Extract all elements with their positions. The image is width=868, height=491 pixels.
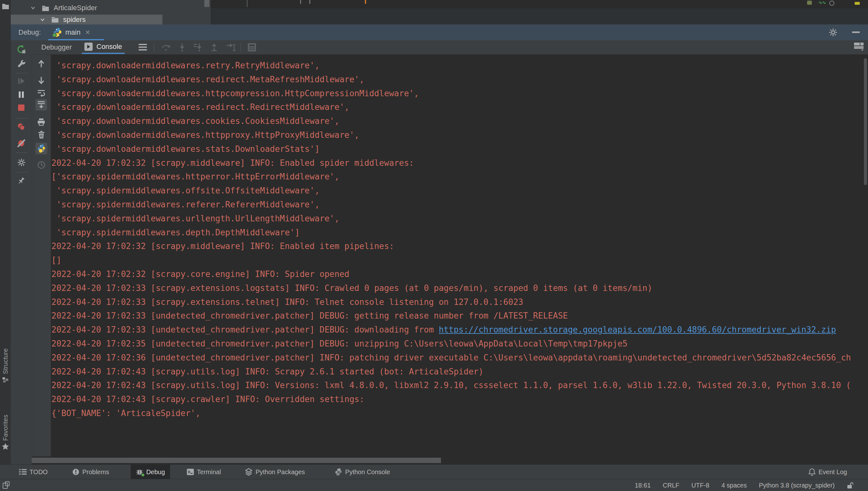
- event-log-label: Event Log: [818, 468, 847, 476]
- project-folder-icon[interactable]: [2, 3, 9, 9]
- running-indicator-dot: [142, 473, 144, 476]
- toolwindow-tab-label: Python Packages: [255, 468, 305, 476]
- todo-list-icon: [19, 469, 27, 475]
- separator: [241, 43, 241, 52]
- scroll-down-icon[interactable]: [32, 76, 51, 85]
- separator: [154, 43, 154, 52]
- tree-item-label[interactable]: ArticaleSpider: [54, 4, 97, 12]
- console-line: 2022-04-20 17:02:43 [scrapy.utils.log] I…: [52, 365, 868, 379]
- run-config-tab-main[interactable]: main ✕: [48, 25, 104, 40]
- inspection-shield-icon[interactable]: [807, 1, 812, 5]
- status-cursor-position[interactable]: 18:61: [635, 482, 651, 489]
- event-log-button[interactable]: Event Log: [808, 465, 847, 479]
- separator: [15, 73, 27, 74]
- toolwindow-switcher-icon[interactable]: [3, 481, 11, 489]
- status-indent[interactable]: 4 spaces: [721, 482, 747, 489]
- star-icon[interactable]: [2, 443, 9, 450]
- layout-settings-icon[interactable]: [854, 42, 864, 52]
- stop-button[interactable]: [11, 104, 32, 111]
- hamburger-menu-icon[interactable]: [138, 44, 147, 52]
- toolwindow-tab-label: Python Console: [345, 468, 390, 476]
- python-icon: [53, 28, 62, 37]
- separator: [15, 152, 27, 153]
- status-line-ending[interactable]: CRLF: [663, 482, 679, 489]
- tree-row-spiders[interactable]: spiders: [39, 15, 86, 25]
- toolwindow-tab-label: Debug: [146, 468, 165, 476]
- console-hscrollbar-track[interactable]: [32, 456, 868, 464]
- console-line: ['scrapy.spidermiddlewares.httperror.Htt…: [52, 170, 868, 184]
- separator: [15, 172, 27, 172]
- resume-program-button[interactable]: [11, 77, 32, 85]
- toolwindow-tab-python-packages[interactable]: Python Packages: [240, 465, 310, 479]
- toolwindow-tab-python-console[interactable]: Python Console: [330, 465, 395, 479]
- console-line: 2022-04-20 17:02:33 [scrapy.extensions.t…: [52, 295, 868, 309]
- bell-icon: [808, 468, 816, 476]
- show-python-prompt-button[interactable]: [32, 143, 51, 154]
- console-line: 'scrapy.spidermiddlewares.offsite.Offsit…: [52, 184, 868, 198]
- toolwindow-tab-todo[interactable]: TODO: [14, 465, 53, 479]
- console-output[interactable]: 'scrapy.downloadermiddlewares.retry.Retr…: [51, 54, 868, 421]
- inspection-squiggle: ∿∿: [818, 0, 826, 5]
- console-output-pane[interactable]: 'scrapy.downloadermiddlewares.retry.Retr…: [51, 54, 868, 456]
- inspection-status-icon[interactable]: [829, 1, 834, 6]
- structure-icon[interactable]: [2, 377, 8, 383]
- error-stripe-mark: [855, 2, 860, 5]
- tab-console[interactable]: Console: [82, 40, 125, 54]
- console-link[interactable]: https://chromedriver.storage.googleapis.…: [439, 325, 836, 335]
- tree-row-articalespider[interactable]: ArticaleSpider: [30, 2, 97, 14]
- mute-breakpoints-button[interactable]: [11, 139, 32, 147]
- editor-sliver: ∿∿: [211, 0, 868, 25]
- command-history-clock-icon[interactable]: [32, 161, 51, 169]
- toolwindow-tab-terminal[interactable]: Terminal: [182, 465, 226, 479]
- unlocked-padlock-icon[interactable]: [847, 482, 854, 489]
- console-hscrollbar-thumb[interactable]: [32, 458, 441, 463]
- settings-wrench-icon[interactable]: [11, 60, 32, 68]
- close-icon[interactable]: ✕: [85, 29, 90, 36]
- gear-icon[interactable]: [829, 28, 838, 37]
- print-icon[interactable]: [32, 118, 51, 126]
- console-line: 'scrapy.downloadermiddlewares.retry.Retr…: [52, 59, 868, 73]
- tree-selection-highlight: [11, 15, 162, 25]
- console-line: 'scrapy.downloadermiddlewares.cookies.Co…: [52, 114, 868, 128]
- run-to-cursor-icon[interactable]: [226, 43, 236, 53]
- console-line: 'scrapy.downloadermiddlewares.httpcompre…: [52, 87, 868, 101]
- scroll-to-end-button[interactable]: [32, 99, 51, 111]
- pause-button[interactable]: [11, 91, 32, 98]
- chevron-down-icon[interactable]: [30, 5, 36, 11]
- console-line: 'scrapy.downloadermiddlewares.redirect.R…: [52, 100, 868, 114]
- force-step-into-icon[interactable]: [193, 43, 203, 53]
- debug-tabs-toolbar: Debugger Console: [32, 40, 868, 55]
- toolwindow-tab-problems[interactable]: Problems: [67, 465, 114, 479]
- soft-wrap-icon[interactable]: [32, 89, 51, 97]
- toolwindow-tab-debug[interactable]: Debug: [131, 465, 170, 479]
- console-line: 'scrapy.downloadermiddlewares.redirect.M…: [52, 73, 868, 87]
- scroll-up-icon[interactable]: [32, 60, 51, 68]
- sidebar-item-structure[interactable]: Structure: [2, 348, 9, 374]
- rerun-button[interactable]: [11, 45, 32, 54]
- minimize-icon[interactable]: [852, 31, 860, 33]
- console-line: 2022-04-20 17:02:32 [scrapy.core.engine]…: [52, 267, 868, 281]
- evaluate-expression-icon[interactable]: [247, 43, 256, 53]
- debug-toolwindow-header: Debug: main ✕: [11, 25, 868, 40]
- step-over-icon[interactable]: [161, 43, 171, 53]
- pycharm-window: { "left_stripe": { "structure": "Structu…: [0, 0, 868, 491]
- console-line: 2022-04-20 17:02:32 [scrapy.middleware] …: [52, 156, 868, 170]
- tree-scrollbar-thumb[interactable]: [204, 0, 209, 7]
- tab-debugger[interactable]: Debugger: [41, 40, 72, 54]
- settings-gear-button[interactable]: [11, 158, 32, 167]
- console-line: 2022-04-20 17:02:36 [undetected_chromedr…: [52, 351, 868, 365]
- editor-bottom-edge: ∿∿: [211, 0, 868, 8]
- status-encoding[interactable]: UTF-8: [691, 482, 709, 489]
- clear-all-trash-icon[interactable]: [32, 131, 51, 139]
- tree-item-label[interactable]: spiders: [63, 16, 86, 24]
- step-out-icon[interactable]: [210, 43, 219, 53]
- selected-action-bg: [35, 99, 47, 111]
- folder-icon: [42, 5, 49, 11]
- view-breakpoints-button[interactable]: [11, 123, 32, 131]
- console-vscrollbar-thumb[interactable]: [864, 58, 867, 185]
- status-interpreter[interactable]: Python 3.8 (scrapy_spider): [759, 482, 835, 489]
- chevron-down-icon[interactable]: [39, 17, 46, 23]
- step-into-icon[interactable]: [178, 43, 187, 53]
- pin-icon[interactable]: [11, 177, 32, 185]
- sidebar-item-favorites[interactable]: Favorites: [2, 415, 9, 441]
